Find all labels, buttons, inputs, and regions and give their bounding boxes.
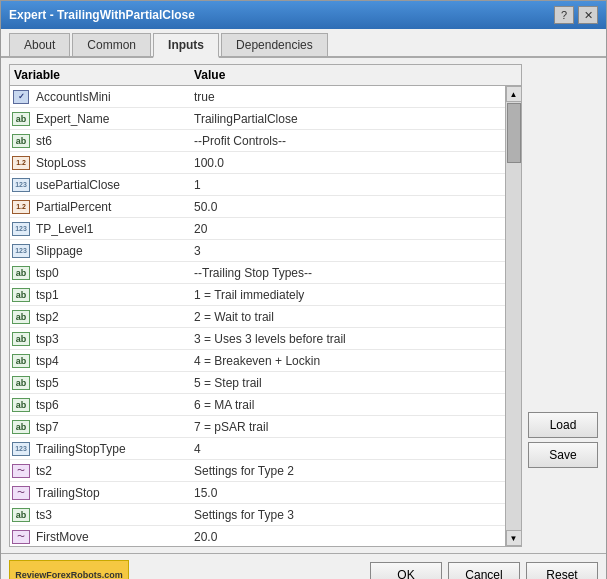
- table-row[interactable]: 123 TrailingStopType 4: [10, 438, 505, 460]
- variable-name: tsp6: [32, 396, 190, 414]
- variable-name: PartialPercent: [32, 198, 190, 216]
- variable-value: 50.0: [190, 198, 505, 216]
- cancel-button[interactable]: Cancel: [448, 562, 520, 579]
- variable-value: TrailingPartialClose: [190, 110, 505, 128]
- variable-name: tsp7: [32, 418, 190, 436]
- table-row[interactable]: ab tsp4 4 = Breakeven + Lockin: [10, 350, 505, 372]
- table-row[interactable]: ab tsp1 1 = Trail immediately: [10, 284, 505, 306]
- variable-value: --Trailing Stop Types--: [190, 264, 505, 282]
- int-icon: 123: [10, 439, 32, 459]
- content-area: Variable Value ✓ AccountIsMini true: [1, 58, 606, 553]
- col-variable-header: Variable: [14, 68, 194, 82]
- ab-icon: ab: [10, 285, 32, 305]
- bool-icon: ✓: [10, 87, 32, 107]
- variable-name: st6: [32, 132, 190, 150]
- reset-button[interactable]: Reset: [526, 562, 598, 579]
- table-row[interactable]: 1.2 StopLoss 100.0: [10, 152, 505, 174]
- scroll-down-arrow[interactable]: ▼: [506, 530, 522, 546]
- ab-icon: ab: [10, 373, 32, 393]
- help-button[interactable]: ?: [554, 6, 574, 24]
- variable-name: AccountIsMini: [32, 88, 190, 106]
- wave-icon: 〜: [10, 527, 32, 547]
- variable-value: 3 = Uses 3 levels before trail: [190, 330, 505, 348]
- wave-icon: 〜: [10, 483, 32, 503]
- variable-name: Slippage: [32, 242, 190, 260]
- variables-table: Variable Value ✓ AccountIsMini true: [9, 64, 522, 547]
- variable-name: tsp5: [32, 374, 190, 392]
- table-row[interactable]: ab tsp2 2 = Wait to trail: [10, 306, 505, 328]
- table-row[interactable]: 123 usePartialClose 1: [10, 174, 505, 196]
- variable-value: 4: [190, 440, 505, 458]
- tab-bar: About Common Inputs Dependencies: [1, 29, 606, 58]
- variable-name: StopLoss: [32, 154, 190, 172]
- table-row[interactable]: 123 TP_Level1 20: [10, 218, 505, 240]
- int-icon: 123: [10, 241, 32, 261]
- ab-icon: ab: [10, 131, 32, 151]
- table-header: Variable Value: [10, 65, 521, 86]
- tab-about[interactable]: About: [9, 33, 70, 56]
- variable-name: ts2: [32, 462, 190, 480]
- scroll-thumb[interactable]: [507, 103, 521, 163]
- table-scroll[interactable]: ✓ AccountIsMini true ab Expert_Name Trai…: [10, 86, 505, 546]
- ab-icon: ab: [10, 307, 32, 327]
- variable-name: tsp4: [32, 352, 190, 370]
- tab-common[interactable]: Common: [72, 33, 151, 56]
- ab-icon: ab: [10, 263, 32, 283]
- scroll-up-arrow[interactable]: ▲: [506, 86, 522, 102]
- close-button[interactable]: ✕: [578, 6, 598, 24]
- bottom-bar: ReviewForexRobots.com OK Cancel Reset: [1, 553, 606, 579]
- variable-name: TrailingStop: [32, 484, 190, 502]
- table-row[interactable]: ab tsp0 --Trailing Stop Types--: [10, 262, 505, 284]
- table-row[interactable]: ab tsp5 5 = Step trail: [10, 372, 505, 394]
- variable-value: 6 = MA trail: [190, 396, 505, 414]
- variable-value: 3: [190, 242, 505, 260]
- scroll-track[interactable]: [506, 102, 522, 530]
- col-value-header: Value: [194, 68, 517, 82]
- table-row[interactable]: ab tsp7 7 = pSAR trail: [10, 416, 505, 438]
- table-row[interactable]: ab ts3 Settings for Type 3: [10, 504, 505, 526]
- variable-value: 100.0: [190, 154, 505, 172]
- tab-inputs[interactable]: Inputs: [153, 33, 219, 58]
- table-row[interactable]: 〜 TrailingStop 15.0: [10, 482, 505, 504]
- ab-icon: ab: [10, 351, 32, 371]
- tab-dependencies[interactable]: Dependencies: [221, 33, 328, 56]
- variable-name: TrailingStopType: [32, 440, 190, 458]
- table-row[interactable]: ab Expert_Name TrailingPartialClose: [10, 108, 505, 130]
- dialog-title: Expert - TrailingWithPartialClose: [9, 8, 195, 22]
- table-row[interactable]: 123 Slippage 3: [10, 240, 505, 262]
- variable-value: 20.0: [190, 528, 505, 546]
- brand-text: ReviewForexRobots.com: [15, 570, 123, 579]
- table-row[interactable]: ✓ AccountIsMini true: [10, 86, 505, 108]
- variable-name: tsp0: [32, 264, 190, 282]
- ab-icon: ab: [10, 505, 32, 525]
- dialog: Expert - TrailingWithPartialClose ? ✕ Ab…: [0, 0, 607, 579]
- load-button[interactable]: Load: [528, 412, 598, 438]
- variable-value: 1 = Trail immediately: [190, 286, 505, 304]
- ab-icon: ab: [10, 329, 32, 349]
- variable-name: FirstMove: [32, 528, 190, 546]
- table-row[interactable]: 1.2 PartialPercent 50.0: [10, 196, 505, 218]
- table-row[interactable]: ab st6 --Profit Controls--: [10, 130, 505, 152]
- table-row[interactable]: 〜 FirstMove 20.0: [10, 526, 505, 546]
- variable-value: true: [190, 88, 505, 106]
- bottom-buttons: OK Cancel Reset: [370, 562, 598, 579]
- scrollbar[interactable]: ▲ ▼: [505, 86, 521, 546]
- ab-icon: ab: [10, 417, 32, 437]
- variable-name: TP_Level1: [32, 220, 190, 238]
- save-button[interactable]: Save: [528, 442, 598, 468]
- variable-value: 7 = pSAR trail: [190, 418, 505, 436]
- ok-button[interactable]: OK: [370, 562, 442, 579]
- int-icon: 123: [10, 175, 32, 195]
- variable-value: --Profit Controls--: [190, 132, 505, 150]
- side-buttons: Load Save: [528, 64, 598, 547]
- table-row[interactable]: ab tsp3 3 = Uses 3 levels before trail: [10, 328, 505, 350]
- variable-value: 4 = Breakeven + Lockin: [190, 352, 505, 370]
- variable-value: Settings for Type 2: [190, 462, 505, 480]
- variable-name: tsp3: [32, 330, 190, 348]
- title-bar: Expert - TrailingWithPartialClose ? ✕: [1, 1, 606, 29]
- table-row[interactable]: ab tsp6 6 = MA trail: [10, 394, 505, 416]
- table-row[interactable]: 〜 ts2 Settings for Type 2: [10, 460, 505, 482]
- brand-logo: ReviewForexRobots.com: [9, 560, 129, 579]
- ab-icon: ab: [10, 395, 32, 415]
- variable-name: Expert_Name: [32, 110, 190, 128]
